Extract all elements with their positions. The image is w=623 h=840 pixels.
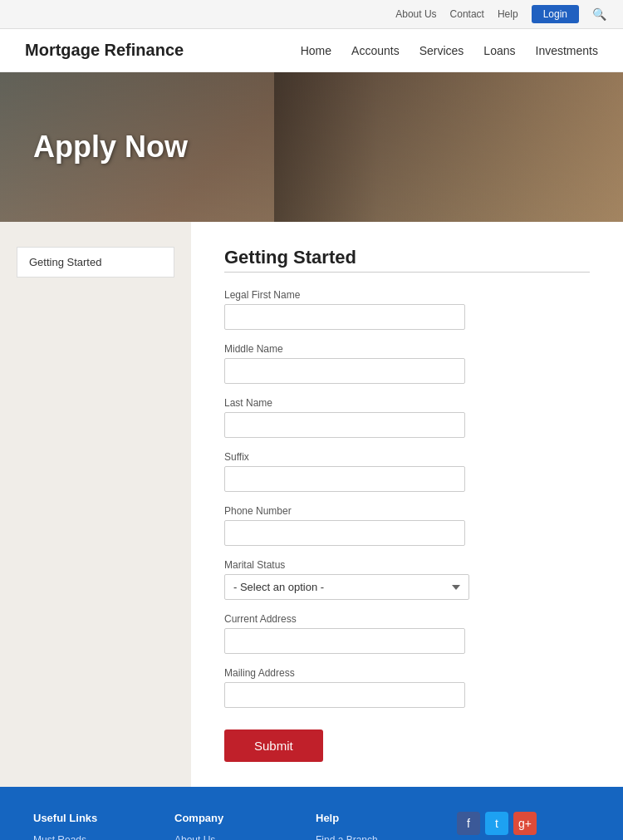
main-header: Mortgage Refinance Home Accounts Service… — [0, 29, 623, 72]
search-icon[interactable]: 🔍 — [592, 7, 606, 21]
content-area: Getting Started Getting Started Legal Fi… — [0, 222, 623, 787]
twitter-icon[interactable]: t — [485, 812, 508, 835]
form-title: Getting Started — [224, 247, 590, 268]
footer-company-heading: Company — [174, 812, 282, 824]
input-last-name[interactable] — [224, 412, 465, 438]
label-marital-status: Marital Status — [224, 559, 590, 571]
facebook-icon[interactable]: f — [457, 812, 480, 835]
footer-useful-links-heading: Useful Links — [33, 812, 141, 824]
sidebar: Getting Started — [0, 222, 191, 787]
input-current-address[interactable] — [224, 628, 465, 654]
form-divider — [224, 272, 590, 273]
input-suffix[interactable] — [224, 466, 465, 492]
label-mailing-address: Mailing Address — [224, 667, 590, 679]
footer-help: Help Find a Branch Chat Schedule Appoint… — [316, 812, 424, 840]
site-title: Mortgage Refinance — [25, 41, 184, 60]
field-last-name: Last Name — [224, 397, 590, 438]
help-link[interactable]: Help — [498, 8, 518, 20]
submit-button[interactable]: Submit — [224, 729, 323, 762]
nav-investments[interactable]: Investments — [536, 44, 598, 57]
main-content: Getting Started Legal First Name Middle … — [191, 222, 623, 787]
input-legal-first-name[interactable] — [224, 304, 465, 330]
footer-useful-links: Useful Links Must Reads Help Membership … — [33, 812, 141, 840]
footer: Useful Links Must Reads Help Membership … — [0, 787, 623, 840]
login-button[interactable]: Login — [532, 5, 579, 23]
hero-section: Apply Now — [0, 72, 623, 222]
label-legal-first-name: Legal First Name — [224, 289, 590, 301]
top-bar: About Us Contact Help Login 🔍 — [0, 0, 623, 29]
nav-accounts[interactable]: Accounts — [351, 44, 400, 57]
field-marital-status: Marital Status - Select an option - Sing… — [224, 559, 590, 600]
footer-link-must-reads[interactable]: Must Reads — [33, 834, 141, 840]
nav-loans[interactable]: Loans — [483, 44, 515, 57]
nav-home[interactable]: Home — [301, 44, 331, 57]
about-us-link[interactable]: About Us — [395, 8, 436, 20]
footer-company: Company About Us Community Involvement M… — [174, 812, 282, 840]
footer-link-find-branch[interactable]: Find a Branch — [316, 834, 424, 840]
sidebar-item-getting-started[interactable]: Getting Started — [17, 247, 174, 278]
input-mailing-address[interactable] — [224, 682, 465, 708]
label-last-name: Last Name — [224, 397, 590, 409]
footer-help-heading: Help — [316, 812, 424, 824]
input-phone-number[interactable] — [224, 520, 465, 546]
footer-link-about-us[interactable]: About Us — [174, 834, 282, 840]
footer-columns: Useful Links Must Reads Help Membership … — [33, 812, 590, 840]
field-current-address: Current Address — [224, 613, 590, 654]
googleplus-icon[interactable]: g+ — [513, 812, 537, 835]
field-legal-first-name: Legal First Name — [224, 289, 590, 330]
contact-link[interactable]: Contact — [450, 8, 484, 20]
hero-headline: Apply Now — [33, 130, 188, 165]
label-phone-number: Phone Number — [224, 505, 590, 517]
field-middle-name: Middle Name — [224, 343, 590, 384]
nav-services[interactable]: Services — [419, 44, 464, 57]
field-mailing-address: Mailing Address — [224, 667, 590, 708]
footer-social-col: f t g+ Service Center: 1-800-659-6548 Si… — [457, 812, 590, 840]
field-suffix: Suffix — [224, 451, 590, 492]
label-current-address: Current Address — [224, 613, 590, 625]
label-suffix: Suffix — [224, 451, 590, 463]
input-middle-name[interactable] — [224, 358, 465, 384]
main-nav: Home Accounts Services Loans Investments — [301, 44, 598, 57]
social-icons: f t g+ — [457, 812, 590, 835]
field-phone-number: Phone Number — [224, 505, 590, 546]
hero-image — [274, 72, 623, 222]
select-marital-status[interactable]: - Select an option - Single Married Divo… — [224, 574, 469, 600]
label-middle-name: Middle Name — [224, 343, 590, 355]
